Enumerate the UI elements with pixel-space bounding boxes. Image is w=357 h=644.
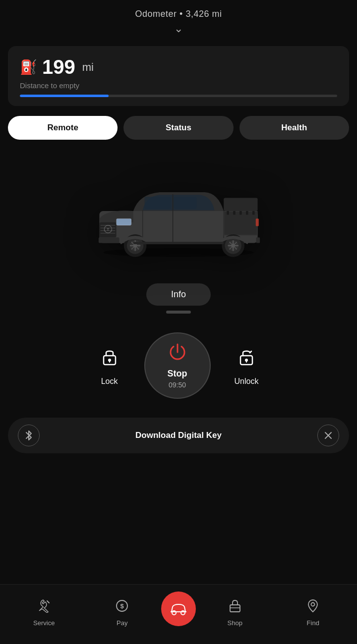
- pay-icon: $: [115, 599, 129, 616]
- unlock-button[interactable]: Unlock: [235, 346, 259, 386]
- svg-rect-2: [224, 198, 257, 211]
- svg-rect-21: [256, 218, 259, 226]
- svg-rect-42: [246, 211, 248, 215]
- tab-health[interactable]: Health: [239, 116, 349, 140]
- svg-rect-49: [246, 360, 247, 363]
- shop-icon: [228, 599, 242, 616]
- nav-service-label: Service: [33, 619, 55, 627]
- svg-rect-46: [109, 360, 110, 363]
- stop-time: 09:50: [169, 381, 186, 389]
- tab-remote[interactable]: Remote: [8, 116, 118, 140]
- fuel-header: ⛽ 199 mi: [20, 56, 337, 78]
- fuel-progress-bar: [20, 95, 337, 97]
- svg-rect-38: [133, 242, 224, 244]
- unlock-label: Unlock: [235, 377, 259, 386]
- digital-key-text: Download Digital Key: [135, 430, 222, 440]
- bluetooth-icon: [18, 425, 40, 446]
- svg-rect-20: [256, 237, 260, 243]
- fuel-label: Distance to empty: [20, 81, 337, 90]
- svg-rect-18: [117, 219, 131, 225]
- svg-rect-39: [227, 211, 229, 215]
- info-section: Info: [0, 283, 357, 314]
- svg-rect-9: [225, 212, 257, 234]
- vehicle-area: T: [0, 150, 357, 278]
- svg-rect-57: [230, 605, 240, 612]
- svg-rect-19: [99, 237, 119, 243]
- tab-bar: Remote Status Health: [8, 116, 349, 140]
- stop-label: Stop: [168, 369, 187, 379]
- svg-rect-43: [252, 211, 255, 215]
- nav-service[interactable]: Service: [5, 599, 83, 627]
- lock-button[interactable]: Lock: [99, 346, 120, 386]
- svg-point-59: [311, 603, 315, 606]
- lock-icon: [99, 346, 120, 372]
- stop-button[interactable]: Stop 09:50: [145, 333, 210, 398]
- find-icon: [306, 599, 320, 616]
- service-icon: [37, 599, 51, 616]
- unlock-icon: [236, 346, 257, 372]
- fuel-value: 199: [42, 56, 75, 78]
- nav-car-button[interactable]: [161, 591, 196, 626]
- power-icon: [168, 342, 187, 367]
- nav-shop-label: Shop: [228, 619, 242, 627]
- fuel-icon: ⛽: [20, 59, 37, 75]
- fuel-progress-fill: [20, 95, 109, 97]
- svg-rect-40: [233, 211, 236, 215]
- info-button[interactable]: Info: [146, 283, 211, 306]
- remote-controls: Lock Stop 09:50 Unlock: [0, 333, 357, 398]
- svg-rect-4: [174, 197, 197, 209]
- nav-pay[interactable]: $ Pay: [83, 599, 162, 627]
- svg-rect-3: [145, 197, 171, 209]
- swipe-handle: [166, 311, 191, 314]
- odometer-text: Odometer • 3,426 mi: [135, 9, 222, 19]
- digital-key-banner: Download Digital Key: [8, 418, 349, 453]
- lock-label: Lock: [101, 377, 118, 386]
- nav-pay-label: Pay: [117, 619, 127, 627]
- nav-find[interactable]: Find: [274, 599, 353, 627]
- odometer-bar: Odometer • 3,426 mi ⌄: [0, 0, 357, 39]
- chevron-down-icon[interactable]: ⌄: [0, 22, 357, 35]
- digital-key-close-button[interactable]: [317, 425, 339, 446]
- svg-text:$: $: [120, 602, 124, 610]
- nav-find-label: Find: [307, 619, 319, 627]
- tab-status[interactable]: Status: [123, 116, 233, 140]
- fuel-card: ⛽ 199 mi Distance to empty: [8, 46, 349, 106]
- fuel-unit: mi: [82, 61, 94, 74]
- vehicle-image: T: [84, 173, 273, 260]
- svg-rect-41: [239, 211, 242, 215]
- bottom-nav: Service $ Pay Shop: [0, 584, 357, 644]
- nav-shop[interactable]: Shop: [196, 599, 274, 627]
